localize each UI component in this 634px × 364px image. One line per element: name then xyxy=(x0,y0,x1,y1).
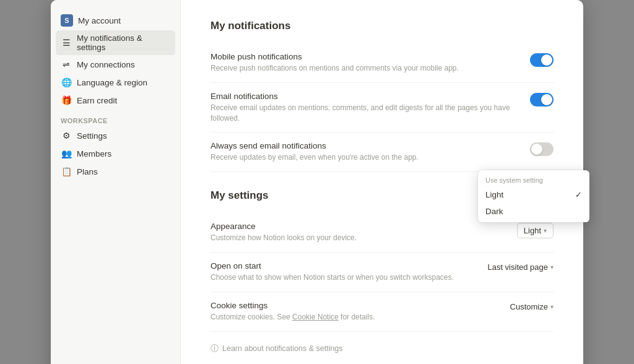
sidebar-connections-label: My connections xyxy=(77,60,135,69)
avatar: S xyxy=(61,14,73,27)
sidebar-item-plans[interactable]: 📋 Plans xyxy=(56,163,175,180)
open-start-value: Last visited page xyxy=(487,262,548,272)
open-start-row: Open on start Choose what to show when N… xyxy=(211,253,554,292)
email-notif-info: Email notifications Receive email update… xyxy=(211,92,515,124)
open-start-select[interactable]: Last visited page ▾ xyxy=(487,262,554,272)
appearance-dropdown-button[interactable]: Light ▾ xyxy=(517,223,554,238)
email-notif-control xyxy=(530,93,554,106)
toggle-knob xyxy=(531,144,542,155)
sidebar-item-connections[interactable]: ⇌ My connections xyxy=(56,56,175,73)
always-email-toggle[interactable] xyxy=(530,142,554,156)
sidebar-item-members[interactable]: 👥 Members xyxy=(56,145,175,162)
email-notif-desc: Receive email updates on mentions, comme… xyxy=(211,103,515,124)
always-email-desc: Receive updates by email, even when you'… xyxy=(211,152,515,163)
settings-icon: ⚙ xyxy=(61,130,72,141)
always-email-info: Always send email notifications Receive … xyxy=(211,141,515,163)
appearance-info: Appearance Customize how Notion looks on… xyxy=(211,222,502,243)
mobile-push-row: Mobile push notifications Receive push n… xyxy=(211,43,554,83)
email-notif-toggle[interactable] xyxy=(530,93,554,106)
footer-link-text: Learn about notifications & settings xyxy=(222,344,343,353)
open-start-info: Open on start Choose what to show when N… xyxy=(211,261,472,283)
cookie-label: Cookie settings xyxy=(211,301,495,310)
cookie-desc-after: for details. xyxy=(339,313,375,321)
mobile-push-control xyxy=(530,53,554,67)
members-icon: 👥 xyxy=(61,148,72,159)
sidebar-earn-credit-label: Earn credit xyxy=(77,96,117,105)
menu-icon: ☰ xyxy=(61,37,72,48)
sidebar-item-settings[interactable]: ⚙ Settings xyxy=(56,127,175,144)
sidebar-plans-label: Plans xyxy=(77,167,98,176)
cookie-desc-before: Customize cookies. See xyxy=(211,313,292,321)
connections-icon: ⇌ xyxy=(61,59,72,70)
mobile-push-desc: Receive push notifications on mentions a… xyxy=(211,63,515,74)
globe-icon: 🌐 xyxy=(61,77,72,88)
mobile-push-info: Mobile push notifications Receive push n… xyxy=(211,52,515,74)
cookie-select[interactable]: Customize ▾ xyxy=(510,302,554,311)
dropdown-section-label: Use system setting xyxy=(478,173,589,186)
chevron-down-icon: ▾ xyxy=(544,227,547,234)
sidebar-item-language[interactable]: 🌐 Language & region xyxy=(56,74,175,91)
sidebar-settings-label: Settings xyxy=(77,131,107,141)
dropdown-option-light[interactable]: Light ✓ xyxy=(478,186,589,203)
cookie-info: Cookie settings Customize cookies. See C… xyxy=(211,301,495,323)
email-notif-label: Email notifications xyxy=(211,92,515,101)
email-notif-row: Email notifications Receive email update… xyxy=(211,83,554,133)
footer-learn-link[interactable]: ⓘ Learn about notifications & settings xyxy=(211,343,554,354)
sidebar-notifications-label: My notifications & settings xyxy=(77,33,170,52)
toggle-knob xyxy=(541,54,552,66)
appearance-control: Light ▾ xyxy=(517,223,554,238)
appearance-dropdown-popup: Use system setting Light ✓ Dark xyxy=(478,170,589,222)
mobile-push-label: Mobile push notifications xyxy=(211,52,515,61)
mobile-push-toggle[interactable] xyxy=(530,53,554,67)
open-start-control: Last visited page ▾ xyxy=(487,262,554,272)
light-option-label: Light xyxy=(485,190,503,199)
chevron-down-icon: ▾ xyxy=(550,303,554,310)
always-email-label: Always send email notifications xyxy=(211,141,515,150)
sidebar-item-earn-credit[interactable]: 🎁 Earn credit xyxy=(56,92,175,109)
sidebar-members-label: Members xyxy=(77,149,111,158)
sidebar-item-notifications[interactable]: ☰ My notifications & settings xyxy=(56,30,175,55)
open-start-label: Open on start xyxy=(211,261,472,271)
info-icon: ⓘ xyxy=(211,343,219,354)
appearance-label: Appearance xyxy=(211,222,502,231)
plans-icon: 📋 xyxy=(61,166,72,177)
sidebar-language-label: Language & region xyxy=(77,78,147,87)
dark-option-label: Dark xyxy=(485,207,503,216)
always-email-row: Always send email notifications Receive … xyxy=(211,132,554,172)
cookie-notice-link[interactable]: Cookie Notice xyxy=(292,313,339,321)
gift-icon: 🎁 xyxy=(61,95,72,106)
appearance-value: Light xyxy=(524,226,541,235)
toggle-knob xyxy=(541,94,552,105)
cookie-value: Customize xyxy=(510,302,548,311)
notifications-section-title: My notifications xyxy=(211,20,554,32)
checkmark-icon: ✓ xyxy=(575,190,582,199)
sidebar-account-label: My account xyxy=(78,16,121,25)
sidebar-item-account[interactable]: S My account xyxy=(56,11,175,30)
appearance-desc: Customize how Notion looks on your devic… xyxy=(211,233,502,243)
chevron-down-icon: ▾ xyxy=(550,264,554,271)
cookie-control: Customize ▾ xyxy=(510,302,554,311)
cookie-desc: Customize cookies. See Cookie Notice for… xyxy=(211,312,495,323)
sidebar: S My account ☰ My notifications & settin… xyxy=(51,0,181,364)
open-start-desc: Choose what to show when Notion starts o… xyxy=(211,272,472,283)
cookie-row: Cookie settings Customize cookies. See C… xyxy=(211,292,554,332)
dropdown-option-dark[interactable]: Dark xyxy=(478,203,589,220)
always-email-control xyxy=(530,142,554,156)
workspace-section-label: Workspace xyxy=(56,110,175,127)
